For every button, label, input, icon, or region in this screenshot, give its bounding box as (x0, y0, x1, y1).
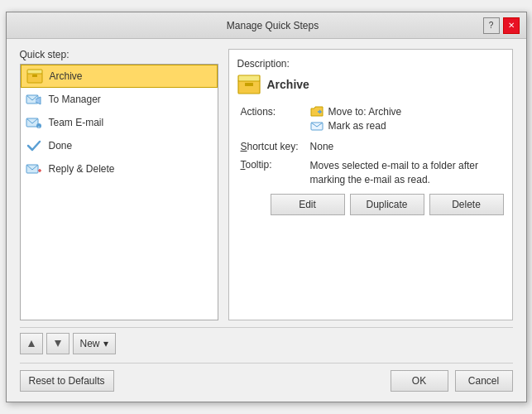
shortcut-label: Shortcut key: (237, 136, 307, 154)
new-label: New (80, 338, 100, 349)
svg-rect-11 (238, 75, 260, 81)
list-item-team-email-label: Team E-mail (49, 117, 104, 128)
title-bar: Manage Quick Steps ? ✕ (7, 12, 526, 39)
email-team-icon: + (26, 115, 42, 130)
help-button[interactable]: ? (483, 17, 500, 34)
list-item-done-label: Done (49, 140, 73, 152)
list-item-archive-label: Archive (50, 70, 83, 82)
columns: Quick step: Archive (20, 49, 513, 320)
close-button[interactable]: ✕ (503, 17, 520, 34)
svg-rect-0 (27, 73, 42, 83)
toolbar-row: New ▾ (20, 327, 513, 359)
svg-rect-2 (32, 75, 37, 77)
actions-values: Move to: Archive Mark as read (307, 104, 504, 136)
shortcut-row: Shortcut key: None (237, 136, 504, 154)
cancel-button[interactable]: Cancel (455, 370, 513, 392)
envelope-read-icon (310, 120, 324, 132)
reply-delete-icon (26, 161, 42, 176)
description-header: Archive (237, 73, 504, 96)
list-item-team-email[interactable]: + Team E-mail (21, 111, 218, 134)
svg-rect-10 (238, 80, 260, 94)
title-bar-controls: ? ✕ (483, 17, 520, 34)
archive-icon (26, 69, 43, 84)
folder-move-icon (310, 106, 324, 118)
svg-marker-16 (55, 340, 61, 347)
right-panel: Description: Archive Actions: (228, 49, 513, 320)
action-read-label: Mark as read (328, 120, 386, 132)
list-item-to-manager[interactable]: To Manager (21, 88, 218, 111)
description-label: Description: (237, 58, 504, 70)
edit-button[interactable]: Edit (271, 194, 345, 215)
quick-step-list: Archive To Manager (20, 64, 218, 320)
tooltip-row: Tooltip: Moves selected e-mail to a fold… (237, 154, 504, 189)
list-item-to-manager-label: To Manager (49, 94, 101, 105)
delete-button[interactable]: Delete (429, 194, 504, 215)
list-item-archive[interactable]: Archive (21, 65, 218, 88)
archive-desc-icon (237, 73, 261, 96)
move-down-button[interactable] (46, 333, 69, 354)
tooltip-label: Tooltip: (237, 154, 307, 189)
manage-quick-steps-dialog: Manage Quick Steps ? ✕ Quick step: (6, 12, 527, 402)
footer-row: Reset to Defaults OK Cancel (20, 363, 513, 395)
svg-marker-15 (28, 340, 35, 347)
svg-rect-12 (245, 83, 253, 86)
left-panel: Quick step: Archive (20, 49, 218, 320)
dialog-title: Manage Quick Steps (63, 20, 483, 31)
new-dropdown-arrow: ▾ (103, 338, 108, 349)
svg-rect-1 (27, 70, 42, 74)
tooltip-value: Moves selected e-mail to a folder after … (307, 154, 504, 189)
footer-right: OK Cancel (391, 370, 513, 392)
description-table: Actions: (237, 104, 504, 189)
action-item-read: Mark as read (310, 120, 501, 132)
checkmark-icon (26, 138, 42, 153)
action-buttons-row: Edit Duplicate Delete (237, 194, 504, 215)
ok-button[interactable]: OK (391, 370, 448, 392)
list-item-done[interactable]: Done (21, 134, 218, 157)
action-item-move: Move to: Archive (310, 106, 501, 118)
dialog-body: Quick step: Archive (7, 39, 526, 402)
new-button[interactable]: New ▾ (73, 333, 116, 354)
reset-defaults-button[interactable]: Reset to Defaults (20, 370, 114, 392)
move-up-button[interactable] (20, 333, 43, 354)
duplicate-button[interactable]: Duplicate (350, 194, 424, 215)
svg-text:+: + (37, 124, 40, 129)
list-item-reply-delete-label: Reply & Delete (49, 163, 115, 175)
actions-label: Actions: (237, 104, 307, 136)
description-title: Archive (267, 78, 309, 91)
list-item-reply-delete[interactable]: Reply & Delete (21, 157, 218, 181)
shortcut-value: None (307, 136, 504, 154)
action-move-label: Move to: Archive (328, 106, 402, 118)
quick-step-label: Quick step: (20, 49, 218, 60)
email-forward-icon (26, 92, 42, 107)
actions-row: Actions: (237, 104, 504, 136)
